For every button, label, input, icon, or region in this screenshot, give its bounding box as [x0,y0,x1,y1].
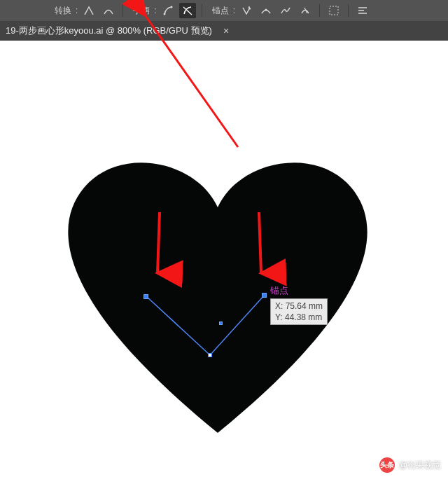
handle-hide-button[interactable] [179,3,196,18]
svg-rect-5 [330,6,338,15]
artboard[interactable]: 锚点 X: 75.64 mm Y: 44.38 mm 头条 @衍果视觉 [0,41,448,477]
document-tabbar: 19-两步画心形keyoou.ai @ 800% (RGB/GPU 预览) × [0,21,448,41]
anchor-handle-mid[interactable] [219,322,223,325]
anchor-cut-button[interactable] [297,3,314,18]
anchor-add-button[interactable] [258,3,274,18]
align-button[interactable] [354,3,371,18]
isolate-button[interactable] [326,3,342,18]
toolbar-sep-4 [348,4,349,17]
options-toolbar: 转换 : 手柄 : 锚点 : [0,0,448,21]
anchor-point-right[interactable] [262,293,267,298]
anchor-label-text: 锚点 [270,284,288,297]
svg-point-0 [163,13,165,15]
watermark-text: @衍果视觉 [399,459,441,471]
svg-point-3 [265,9,267,11]
close-tab-button[interactable]: × [223,25,229,36]
coordinates-tooltip: X: 75.64 mm Y: 44.38 mm [270,298,328,325]
document-tab-title[interactable]: 19-两步画心形keyoou.ai @ 800% (RGB/GPU 预览) [6,25,212,37]
svg-point-1 [170,6,172,8]
colon: : [76,6,78,15]
anchor-connect-button[interactable] [277,3,294,18]
convert-label: 转换 [55,5,71,17]
watermark-badge-icon: 头条 [379,457,395,473]
toolbar-sep-1 [122,4,123,17]
handle-show-button[interactable] [160,3,176,18]
coord-x: X: 75.64 mm [275,300,323,312]
toolbar-sep-3 [319,4,320,17]
anchor-point-bottom[interactable] [208,353,212,357]
coord-y: Y: 44.38 mm [275,312,323,323]
toolbar-sep-2 [202,4,202,17]
handle-label: 手柄 [133,5,150,17]
heart-shape[interactable] [56,153,379,447]
convert-smooth-button[interactable] [100,3,117,18]
convert-corner-button[interactable] [80,3,97,18]
watermark: 头条 @衍果视觉 [379,457,441,473]
anchor-point-left[interactable] [144,294,148,299]
colon: : [154,6,156,15]
colon: : [233,6,235,15]
anchor-label: 锚点 [212,5,229,17]
anchor-remove-button[interactable] [238,3,255,18]
